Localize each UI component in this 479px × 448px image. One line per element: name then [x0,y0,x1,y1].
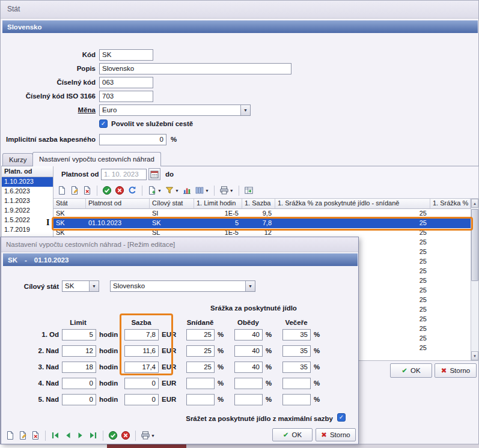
chevron-down-icon[interactable]: ▼ [245,281,255,291]
limit-input[interactable]: 0 [62,394,96,405]
column-header[interactable]: Platnost od [86,199,150,209]
last-record-button[interactable] [88,429,99,441]
refresh-button[interactable] [127,184,138,196]
previous-record-button[interactable] [63,429,73,441]
sazba-input[interactable]: 0 [124,378,159,389]
obedy-input[interactable] [234,378,263,389]
edit-record-button[interactable] [69,184,80,196]
chevron-down-icon[interactable]: ▼ [151,434,155,438]
vecere-input[interactable]: 35 [282,329,311,341]
edit-record-button[interactable] [17,429,28,441]
vecere-input[interactable] [282,378,311,389]
kod-input[interactable]: SK [99,49,153,61]
cancel-button[interactable] [114,184,125,196]
filter-button[interactable]: ▼ [164,184,180,196]
delete-record-button[interactable] [30,429,41,441]
eur-label: EUR [162,362,180,373]
povolit-checkbox[interactable]: ✓ [99,120,108,128]
limit-input[interactable]: 5 [62,329,96,341]
dialog-storno-button[interactable]: ✖Storno [316,428,356,441]
table-row[interactable]: SKSI1E-59,525 [53,209,478,219]
cilovy-stat-name-select[interactable]: Slovensko ▼ [110,280,255,292]
limit-input[interactable]: 18 [62,362,96,373]
column-header[interactable]: 1. Srážka % za poskytnuté jídlo - snídan… [275,199,430,209]
popis-input[interactable]: Slovensko [99,63,291,74]
sazba-input[interactable]: 7,8 [124,329,159,341]
print-button[interactable]: ▼ [219,184,234,196]
snidane-input[interactable]: 25 [186,329,215,341]
list-item[interactable]: 1.9.2022 [2,206,53,216]
storno-button[interactable]: ✖Storno [435,363,477,378]
ciselny-kod-input[interactable]: 063 [99,77,153,88]
list-item[interactable]: 1.10.2023 [2,177,53,187]
dialog-ok-button[interactable]: ✔OK [272,428,313,441]
table-row[interactable]: SK01.10.2023SK57,825 [53,219,478,228]
snidane-input[interactable] [186,394,215,405]
limit-input[interactable]: 0 [62,378,96,389]
chevron-down-icon[interactable]: ▼ [240,105,250,115]
sazba-input[interactable]: 17,4 [124,362,159,373]
list-item[interactable]: 1.5.2022 [2,216,53,225]
confirm-button[interactable] [108,429,118,441]
obedy-input[interactable]: 40 [234,345,263,357]
cell-pos [430,334,471,344]
print-button[interactable]: ▼ [140,429,156,441]
column-header[interactable]: 1. Srážka % za pos [430,199,471,209]
obedy-input[interactable]: 40 [234,329,263,341]
obedy-input[interactable]: 40 [234,362,263,373]
column-header[interactable]: 1. Sazba [242,199,275,209]
first-record-button[interactable] [50,429,61,441]
new-record-button[interactable] [56,184,67,196]
calendar-button[interactable] [148,168,160,180]
list-item[interactable]: 1.6.2023 [2,187,53,196]
scroll-down-button[interactable]: ▼ [471,351,478,360]
snidane-input[interactable] [186,378,215,389]
kapesne-input[interactable]: 0 [99,134,166,145]
srazet-checkbox[interactable]: ✓ [337,413,346,422]
scroll-up-button[interactable]: ▲ [471,199,478,208]
export-button[interactable] [243,184,254,196]
snidane-input[interactable]: 25 [186,362,215,373]
srazet-checkbox-label: Srážet za poskytnuté jídlo z maximální s… [91,413,333,425]
limit-input[interactable]: 12 [62,345,96,357]
mena-label[interactable]: Měna [1,104,96,116]
list-item[interactable]: 1.1.2023 [2,196,53,206]
sazba-input[interactable]: 0 [124,394,159,405]
platnost-od-input[interactable]: 1. 10. 2023 [101,169,147,180]
vecere-input[interactable]: 35 [282,362,311,373]
mena-select[interactable]: Euro ▼ [99,104,251,116]
new-record-button[interactable] [5,429,16,441]
chevron-down-icon[interactable]: ▼ [175,189,179,193]
sazba-input[interactable]: 11,6 [124,345,159,357]
cell-pos [430,257,471,267]
vecere-input[interactable]: 35 [282,345,311,357]
snidane-input[interactable]: 25 [186,345,215,357]
confirm-button[interactable] [102,184,112,196]
scrollbar-thumb[interactable] [471,209,478,281]
ok-button[interactable]: ✔OK [390,363,432,378]
column-header[interactable]: Cílový stat [150,199,194,209]
vertical-scrollbar[interactable]: ▲ ▼ [471,199,478,360]
platnost-list-header[interactable]: Platn. od [2,166,53,177]
chevron-down-icon[interactable]: ▼ [89,281,99,291]
list-item[interactable]: 1.7.2019 [2,225,53,235]
cell-limit: 5 [194,219,242,228]
chevron-down-icon[interactable]: ▼ [157,189,162,193]
tab-nastaveni[interactable]: Nastavení vypočtu cestovních náhrad [32,152,161,166]
vecere-input[interactable] [282,394,311,405]
chevron-down-icon[interactable]: ▼ [205,189,209,193]
chevron-down-icon[interactable]: ▼ [230,189,234,193]
cilovy-stat-code-select[interactable]: SK ▼ [62,280,99,292]
cancel-button[interactable] [120,429,131,441]
tab-kurzy[interactable]: Kurzy [2,153,33,166]
insert-template-button[interactable]: ▼ [147,184,162,196]
limit-column-header: Limit [60,317,96,328]
column-header[interactable]: Stát [53,199,86,209]
columns-button[interactable]: ▼ [194,184,210,196]
analysis-button[interactable] [182,184,192,196]
delete-record-button[interactable] [82,184,93,196]
column-header[interactable]: 1. Limit hodin [194,199,242,209]
iso-kod-input[interactable]: 703 [99,91,153,102]
obedy-input[interactable] [234,394,263,405]
next-record-button[interactable] [75,429,86,441]
